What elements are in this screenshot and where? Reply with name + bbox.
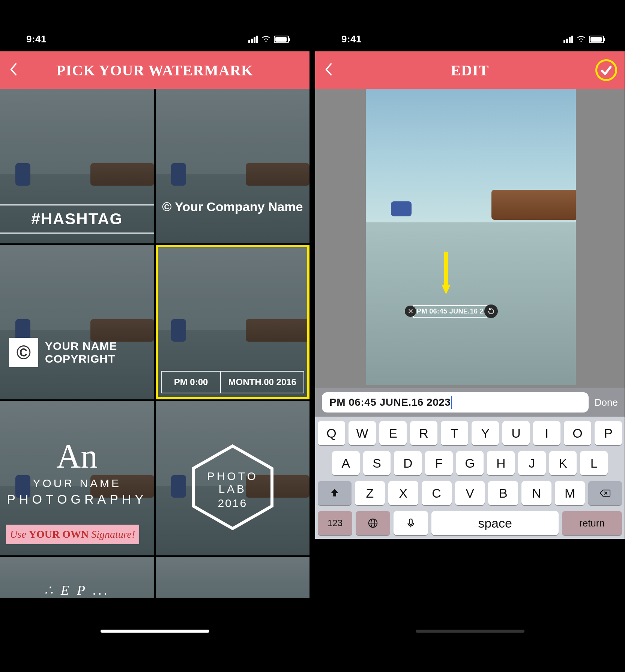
watermark-tile-hashtag[interactable]: #HASHTAG — [0, 89, 154, 243]
svg-marker-2 — [442, 285, 451, 294]
watermark-company-label: © Your Company Name — [156, 200, 310, 214]
key-a[interactable]: A — [332, 451, 360, 475]
done-button[interactable]: Done — [595, 397, 618, 408]
signature-line2: PHOTOGRAPHY — [0, 492, 154, 507]
watermark-tile-photolab[interactable]: PHOTO LAB 2016 — [156, 401, 310, 555]
watermark-partial-label: ∴ E P ... — [44, 582, 110, 598]
timestamp-time: PM 0:00 — [162, 372, 221, 393]
key-y[interactable]: Y — [472, 421, 499, 445]
watermark-photolab: PHOTO LAB 2016 — [184, 438, 281, 537]
photolab-line1: PHOTO LAB — [195, 470, 270, 496]
watermark-tile-partial[interactable]: ∴ E P ... — [0, 557, 154, 598]
battery-icon — [274, 36, 289, 43]
status-time: 9:41 — [341, 33, 362, 45]
signature-hint: Use YOUR OWN Signature! — [6, 525, 139, 544]
copyright-line1: YOUR NAME — [45, 340, 117, 353]
nav-title: PICK YOUR WATERMARK — [56, 62, 253, 79]
annotation-arrow-icon — [441, 250, 451, 295]
status-bar: 9:41 — [315, 27, 625, 51]
wifi-icon — [576, 34, 586, 45]
copyright-line2: COPYRIGHT — [45, 352, 117, 366]
numbers-key[interactable]: 123 — [318, 511, 352, 535]
watermark-timestamp: PM 0:00 MONTH.00 2016 — [161, 371, 305, 393]
key-i[interactable]: I — [533, 421, 560, 445]
watermark-tile-company[interactable]: © Your Company Name — [156, 89, 310, 243]
key-z[interactable]: Z — [355, 481, 385, 505]
keyboard: QWERTYUIOP ASDFGHJKL ZXCVBNM 123 space r… — [315, 417, 625, 539]
signal-icon — [248, 36, 258, 43]
text-caret — [451, 396, 452, 409]
timestamp-date: MONTH.00 2016 — [221, 372, 303, 393]
status-icons — [248, 34, 289, 45]
edited-photo[interactable]: ✕ PM 06:45 JUNE.16 2 — [366, 89, 576, 385]
screenshot-edit: 9:41 EDIT ✕ PM 06:45 JUNE.16 2 — [315, 27, 625, 639]
key-r[interactable]: R — [410, 421, 437, 445]
watermark-tile-timestamp[interactable]: PM 0:00 MONTH.00 2016 — [156, 245, 310, 399]
back-button[interactable] — [324, 62, 332, 78]
watermark-signature: An YOUR NAME PHOTOGRAPHY — [0, 444, 154, 507]
key-g[interactable]: G — [456, 451, 484, 475]
svg-rect-8 — [409, 519, 412, 525]
photolab-line2: 2016 — [195, 497, 270, 510]
key-w[interactable]: W — [349, 421, 376, 445]
key-o[interactable]: O — [564, 421, 591, 445]
key-t[interactable]: T — [441, 421, 468, 445]
editor-canvas[interactable]: ✕ PM 06:45 JUNE.16 2 — [315, 89, 625, 388]
key-m[interactable]: M — [555, 481, 585, 505]
confirm-button[interactable] — [595, 59, 617, 81]
watermark-copyright: © YOUR NAME COPYRIGHT — [9, 338, 117, 367]
stamp-text[interactable]: PM 06:45 JUNE.16 2 — [413, 305, 487, 318]
dictation-key[interactable] — [394, 511, 428, 535]
status-time: 9:41 — [26, 33, 47, 45]
key-q[interactable]: Q — [318, 421, 345, 445]
back-button[interactable] — [9, 62, 17, 78]
key-x[interactable]: X — [388, 481, 418, 505]
watermark-stamp[interactable]: ✕ PM 06:45 JUNE.16 2 — [405, 304, 498, 318]
watermark-text-input[interactable]: PM 06:45 JUNE.16 2023 — [322, 392, 589, 412]
key-s[interactable]: S — [363, 451, 391, 475]
key-f[interactable]: F — [425, 451, 453, 475]
backspace-key[interactable] — [588, 481, 622, 505]
key-e[interactable]: E — [379, 421, 407, 445]
signature-line1: YOUR NAME — [0, 477, 154, 490]
nav-bar: EDIT — [315, 51, 625, 89]
return-key[interactable]: return — [562, 511, 622, 535]
copyright-icon: © — [9, 338, 38, 367]
undo-stamp-icon[interactable] — [484, 304, 498, 318]
battery-icon — [589, 36, 604, 43]
key-u[interactable]: U — [502, 421, 530, 445]
watermark-tile-copyright[interactable]: © YOUR NAME COPYRIGHT — [0, 245, 154, 399]
key-n[interactable]: N — [521, 481, 551, 505]
key-h[interactable]: H — [487, 451, 515, 475]
shift-key[interactable] — [318, 481, 352, 505]
screenshot-pick-watermark: 9:41 PICK YOUR WATERMARK #HASHTAG © Your… — [0, 27, 309, 639]
signature-script: An — [0, 444, 154, 468]
watermark-grid: #HASHTAG © Your Company Name © YOUR NAME… — [0, 89, 309, 598]
signal-icon — [563, 36, 573, 43]
home-indicator — [416, 630, 524, 633]
key-l[interactable]: L — [580, 451, 608, 475]
home-indicator — [101, 630, 209, 633]
key-j[interactable]: J — [518, 451, 546, 475]
key-b[interactable]: B — [488, 481, 518, 505]
key-c[interactable]: C — [422, 481, 452, 505]
watermark-tile-partial2[interactable] — [156, 557, 310, 598]
delete-stamp-icon[interactable]: ✕ — [405, 306, 416, 317]
key-v[interactable]: V — [455, 481, 485, 505]
text-input-bar: PM 06:45 JUNE.16 2023 Done — [315, 388, 625, 417]
status-bar: 9:41 — [0, 27, 309, 51]
space-key[interactable]: space — [431, 511, 559, 535]
input-value: PM 06:45 JUNE.16 2023 — [329, 396, 451, 408]
nav-title: EDIT — [451, 62, 489, 79]
nav-bar: PICK YOUR WATERMARK — [0, 51, 309, 89]
key-d[interactable]: D — [394, 451, 422, 475]
key-k[interactable]: K — [549, 451, 577, 475]
key-p[interactable]: P — [595, 421, 622, 445]
status-icons — [563, 34, 604, 45]
watermark-hashtag-label: #HASHTAG — [0, 204, 154, 234]
watermark-tile-signature[interactable]: An YOUR NAME PHOTOGRAPHY Use YOUR OWN Si… — [0, 401, 154, 555]
globe-key[interactable] — [356, 511, 390, 535]
wifi-icon — [261, 34, 271, 45]
